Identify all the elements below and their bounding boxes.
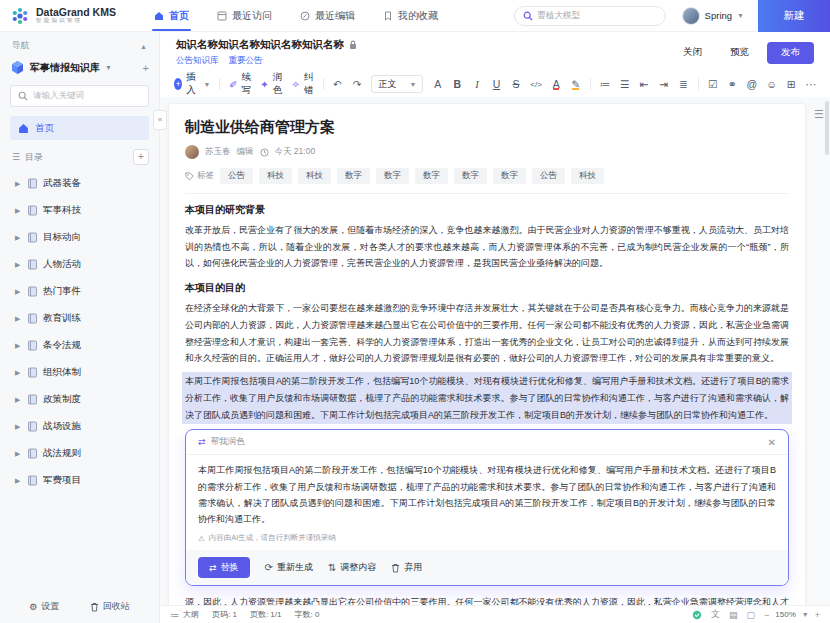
ai-continue-button[interactable]: ✐续写 — [229, 71, 251, 97]
sidebar-tree-item[interactable]: ▶ 战场设施 — [0, 413, 159, 440]
redo-icon[interactable]: ↷ — [352, 78, 363, 90]
nav-recent-edited[interactable]: 最近编辑 — [288, 0, 367, 31]
recycle-bin-button[interactable]: 回收站 — [90, 600, 130, 613]
tag-chip[interactable]: 数字 — [376, 168, 409, 184]
tag-chip[interactable]: 科技 — [571, 168, 604, 184]
sidebar-search-input[interactable]: 请输入关键词 — [10, 85, 149, 107]
settings-button[interactable]: ⚙ 设置 — [29, 600, 59, 613]
discard-button[interactable]: 弃用 — [391, 561, 422, 574]
tag-chip[interactable]: 公告 — [532, 168, 565, 184]
tag-chip[interactable]: 公告 — [220, 168, 253, 184]
strikethrough-button[interactable]: S — [511, 78, 522, 90]
italic-button[interactable]: I — [472, 79, 483, 90]
font-size-button[interactable]: A — [432, 78, 443, 90]
brand-logo[interactable]: DataGrand KMS 智能知识管理 — [10, 6, 116, 26]
indent-icon[interactable]: ⇥ — [659, 78, 670, 90]
mention-button[interactable]: @ — [747, 78, 758, 90]
sidebar-tree-item[interactable]: ▶ 军费项目 — [0, 467, 159, 494]
breadcrumb-category-link[interactable]: 重要公告 — [229, 55, 263, 67]
highlighted-selection-paragraph[interactable]: 本周工作周报包括项目A的第二阶段开发工作，包括编写10个功能模块、对现有模块进行… — [182, 372, 792, 424]
sidebar-collapse-button[interactable]: « — [153, 110, 167, 130]
align-icon[interactable]: ≣ — [678, 78, 689, 90]
tag-chip[interactable]: 科技 — [259, 168, 292, 184]
chevron-down-icon: ▼ — [802, 611, 809, 618]
sidebar-tree-item[interactable]: ▶ 人物活动 — [0, 251, 159, 278]
fit-width-icon[interactable]: ▢ — [747, 610, 756, 620]
sidebar-item-home[interactable]: 首页 — [10, 116, 149, 140]
close-icon[interactable]: ✕ — [768, 437, 776, 448]
ai-polish-button[interactable]: ✦润色 — [260, 71, 282, 97]
preview-button[interactable]: 预览 — [720, 42, 759, 63]
zoom-in-button[interactable]: + — [815, 610, 820, 620]
section-paragraph[interactable]: 在经济全球化的大背景下，一家公司要想在越来越激烈的竞争环境中存活并发展壮大，其关… — [185, 300, 789, 367]
add-knowledge-base-button[interactable]: + — [143, 62, 149, 74]
adjust-content-button[interactable]: ⇅ 调整内容 — [328, 561, 376, 574]
outline-toggle[interactable]: ≔ 大纲 — [170, 609, 199, 620]
tag-chip[interactable]: 科技 — [298, 168, 331, 184]
regenerate-button[interactable]: ⟳ 重新生成 — [265, 561, 313, 574]
chevron-right-icon: ▶ — [15, 477, 22, 485]
font-color-button[interactable]: A — [551, 78, 562, 90]
insert-button[interactable]: + 插入 ▼ — [174, 71, 210, 97]
author-avatar — [185, 145, 199, 159]
datagrand-logo-icon — [10, 6, 30, 26]
sidebar-tree-item[interactable]: ▶ 条令法规 — [0, 332, 159, 359]
more-options-icon[interactable]: ⋯ — [806, 78, 817, 90]
emoji-icon[interactable]: ☺ — [766, 78, 777, 90]
ordered-list-icon[interactable]: ≔ — [600, 78, 611, 90]
sidebar-tree-item[interactable]: ▶ 武器装备 — [0, 170, 159, 197]
code-button[interactable]: </> — [530, 80, 542, 89]
add-directory-button[interactable]: + — [133, 149, 149, 165]
refresh-icon: ⟳ — [265, 562, 273, 573]
section-heading[interactable]: 本项目的目的 — [185, 281, 789, 295]
tag-chip[interactable]: 数字 — [337, 168, 370, 184]
replace-button[interactable]: ⇄ 替换 — [198, 557, 250, 578]
page-view-icon[interactable]: ▤ — [729, 610, 738, 620]
bold-button[interactable]: B — [452, 78, 463, 90]
ai-generated-text[interactable]: 本周工作周报包括项目A的第二阶段开发工作，包括编写10个功能模块、对现有模块进行… — [186, 455, 788, 530]
new-button[interactable]: 新建 — [758, 0, 830, 32]
tag-chip[interactable]: 数字 — [454, 168, 487, 184]
sidebar-tree-item[interactable]: ▶ 军事科技 — [0, 197, 159, 224]
undo-icon[interactable]: ↶ — [332, 78, 343, 90]
sidebar-tree-item[interactable]: ▶ 政策制度 — [0, 386, 159, 413]
user-menu[interactable]: Spring ▼ — [682, 7, 744, 25]
spellcheck-icon[interactable] — [692, 610, 702, 620]
sidebar-tree-item[interactable]: ▶ 战法规则 — [0, 440, 159, 467]
link-icon[interactable]: ⚭ — [727, 78, 738, 90]
sidebar-tree-item[interactable]: ▶ 目标动向 — [0, 224, 159, 251]
zoom-out-button[interactable]: − — [764, 610, 769, 620]
publish-button[interactable]: 发布 — [767, 42, 814, 64]
paragraph-style-select[interactable]: 正文 ▼ — [371, 75, 423, 93]
ai-correct-button[interactable]: ✧纠错 — [291, 71, 313, 97]
highlight-color-button[interactable]: ✎ — [570, 78, 581, 90]
outdent-icon[interactable]: ⇤ — [639, 78, 650, 90]
translate-icon[interactable]: 文 — [711, 608, 720, 621]
sidebar-tree-item[interactable]: ▶ 教育训练 — [0, 305, 159, 332]
scrollbar[interactable] — [825, 101, 829, 155]
breadcrumb-kb-link[interactable]: 公告知识库 — [176, 55, 219, 67]
underline-button[interactable]: U — [491, 78, 502, 90]
document-title[interactable]: 制造业供给商管理方案 — [185, 118, 789, 137]
chevron-right-icon: ▶ — [15, 396, 22, 404]
global-search[interactable]: 曹植大模型 — [514, 6, 666, 26]
table-icon[interactable]: ⊞ — [786, 78, 797, 90]
nav-recent-visited[interactable]: 最近访问 — [205, 0, 284, 31]
bullet-list-icon[interactable]: ☰ — [619, 78, 630, 90]
sidebar-tree-item[interactable]: ▶ 组织体制 — [0, 359, 159, 386]
section-heading[interactable]: 本项目的研究背景 — [185, 203, 789, 217]
section-paragraph-continuation[interactable]: 源，因此，人力资源管理越来越凸显出它在公司价值中的三要作用。任何一家公司都不能没… — [185, 594, 789, 605]
task-checkbox-icon[interactable]: ☑ — [707, 78, 718, 90]
section-paragraph[interactable]: 改革开放后，民营企业有了很大的发展，但随着市场经济的深入，竞争也越来越激烈。由于… — [185, 222, 789, 272]
tree-item-label: 战法规则 — [43, 447, 81, 460]
author-action: 编辑 — [237, 146, 254, 158]
nav-home[interactable]: 首页 — [142, 0, 201, 31]
tag-chip[interactable]: 数字 — [415, 168, 448, 184]
collapse-up-icon[interactable]: ▲ — [140, 43, 147, 50]
close-button[interactable]: 关闭 — [673, 42, 712, 63]
tag-chip[interactable]: 数字 — [493, 168, 526, 184]
knowledge-base-selector[interactable]: 军事情报知识库 ▼ + — [0, 56, 159, 79]
zoom-level[interactable]: 150% — [775, 610, 795, 619]
sidebar-tree-item[interactable]: ▶ 热门事件 — [0, 278, 159, 305]
nav-favorites[interactable]: 我的收藏 — [371, 0, 450, 31]
